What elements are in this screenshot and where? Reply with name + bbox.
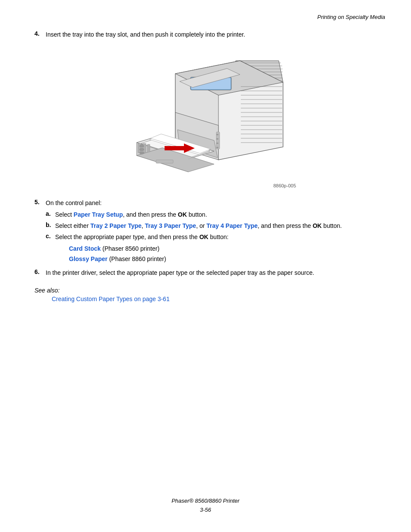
step-6-number: 6. [34,268,46,275]
step-4-text: Insert the tray into the tray slot, and … [46,30,245,39]
tray2-paper-type-link[interactable]: Tray 2 Paper Type [90,222,142,229]
step-5-text: On the control panel: [46,199,102,208]
glossy-paper-link[interactable]: Glossy Paper [69,255,108,262]
printer-image-container: 8860p-005 [34,48,377,188]
card-stock-item: Card Stock (Phaser 8560 printer) [69,244,377,253]
step-5-row: 5. On the control panel: [34,199,377,208]
svg-rect-47 [216,138,218,140]
substep-c-text: Select the appropriate paper type, and t… [55,233,377,242]
tray4-paper-type-link[interactable]: Tray 4 Paper Type [206,222,258,229]
step-4-row: 4. Insert the tray into the tray slot, a… [34,30,377,39]
glossy-paper-item: Glossy Paper (Phaser 8860 printer) [69,254,377,264]
see-also-section: See also: Creating Custom Paper Types on… [34,287,377,302]
step-4-number: 4. [34,30,46,37]
see-also-link-row: Creating Custom Paper Types on page 3-61 [43,296,377,302]
svg-point-41 [140,148,144,151]
substep-c-label: c. [46,233,55,240]
substep-b-label: b. [46,221,55,228]
step-6-text: In the printer driver, select the approp… [46,268,314,277]
svg-rect-38 [147,144,150,152]
see-also-label: See also: [34,287,377,294]
svg-point-40 [140,145,144,147]
creating-custom-paper-types-link[interactable]: Creating Custom Paper Types on page 3-61 [52,296,170,302]
svg-rect-39 [156,160,173,163]
substep-a-text: Select Paper Tray Setup, and then press … [55,210,377,219]
substep-b-row: b. Select either Tray 2 Paper Type, Tray… [46,221,377,230]
main-content: 4. Insert the tray into the tray slot, a… [34,30,377,302]
svg-rect-48 [216,143,218,144]
step-6-row: 6. In the printer driver, select the app… [34,268,377,277]
page-footer: Phaser® 8560/8860 Printer 3-56 [0,497,411,515]
substep-a-row: a. Select Paper Tray Setup, and then pre… [46,210,377,219]
footer-line2: 3-56 [0,506,411,515]
substep-a-label: a. [46,210,55,217]
svg-rect-46 [216,134,218,135]
substep-b-text: Select either Tray 2 Paper Type, Tray 3 … [55,221,377,230]
printer-illustration [115,48,296,181]
step-5-number: 5. [34,199,46,205]
svg-rect-49 [216,147,218,148]
card-stock-link[interactable]: Card Stock [69,245,101,252]
footer-line1: Phaser® 8560/8860 Printer [0,497,411,506]
tray3-paper-type-link[interactable]: Tray 3 Paper Type [145,222,196,229]
image-caption: 8860p-005 [115,183,296,188]
paper-tray-setup-link[interactable]: Paper Tray Setup [74,211,123,218]
page-header: Printing on Specialty Media [317,14,385,20]
svg-point-42 [140,152,144,154]
substep-c-row: c. Select the appropriate paper type, an… [46,233,377,242]
steps-section: 5. On the control panel: a. Select Paper… [34,199,377,277]
